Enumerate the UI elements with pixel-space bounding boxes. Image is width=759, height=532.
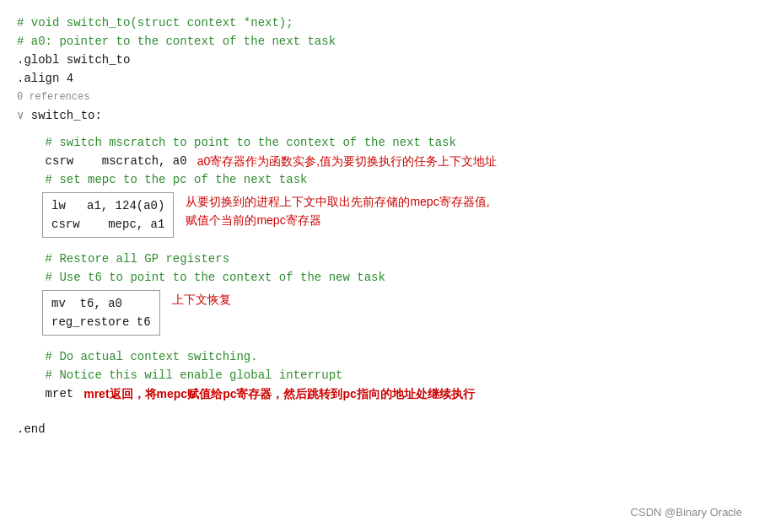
- comment-t6: # Use t6 to point to the context of the …: [17, 268, 385, 287]
- spacer-3: [17, 339, 742, 347]
- instr-csrw-mepc: csrw mepc, a1: [51, 215, 164, 234]
- comment-mepc: # set mepc to the pc of the next task: [17, 170, 307, 189]
- box-lw-csrw-inner: lw a1, 124(a0) csrw mepc, a1: [42, 192, 174, 238]
- directive-end: .end: [17, 420, 46, 438]
- instr-reg-restore: reg_restore t6: [51, 313, 151, 331]
- box-lw-csrw: lw a1, 124(a0) csrw mepc, a1 从要切换到的进程上下文…: [42, 192, 742, 238]
- switch-to-label: switch_to:: [31, 106, 102, 125]
- line-comment-t6: # Use t6 to point to the context of the …: [17, 268, 742, 287]
- line-reg-restore: reg_restore t6: [51, 313, 151, 331]
- spacer-4: [17, 403, 742, 411]
- spacer-2: [17, 241, 742, 250]
- box-mv-restore-inner: mv t6, a0 reg_restore t6: [42, 290, 160, 336]
- label-arrow: ∨: [17, 106, 31, 125]
- code-container: # void switch_to(struct context *next); …: [0, 0, 759, 532]
- line-mret: mret mret返回，将mepc赋值给pc寄存器，然后跳转到pc指向的地址处继…: [17, 384, 742, 403]
- comment-actual: # Do actual context switching.: [17, 347, 258, 366]
- line-comment-notice: # Notice this will enable global interru…: [17, 366, 742, 384]
- annotation-mret: mret返回，将mepc赋值给pc寄存器，然后跳转到pc指向的地址处继续执行: [83, 384, 475, 403]
- line-comment-actual: # Do actual context switching.: [17, 347, 742, 366]
- line-mv: mv t6, a0: [51, 294, 151, 313]
- line-csrw-mepc: csrw mepc, a1: [51, 215, 164, 234]
- annotation-lw-csrw-line2: 赋值个当前的mepc寄存器: [186, 211, 489, 229]
- directive-globl: .globl switch_to: [17, 51, 130, 69]
- instr-mret: mret: [17, 384, 73, 403]
- spacer-1: [17, 125, 742, 133]
- comment-2: # a0: pointer to the context of the next…: [17, 32, 336, 51]
- annotation-csrw: a0寄存器作为函数实参,值为要切换执行的任务上下文地址: [197, 152, 497, 170]
- comment-mscratch: # switch mscratch to point to the contex…: [17, 133, 456, 152]
- line-2: # a0: pointer to the context of the next…: [17, 32, 742, 51]
- instr-lw: lw a1, 124(a0): [51, 196, 164, 215]
- spacer-5: [17, 411, 742, 420]
- line-end: .end: [17, 420, 742, 438]
- instr-mv: mv t6, a0: [51, 294, 122, 313]
- comment-restore: # Restore all GP registers: [17, 250, 229, 268]
- instr-csrw: csrw mscratch, a0: [17, 152, 187, 170]
- annotation-mv-restore-text: 上下文恢复: [172, 290, 231, 309]
- line-label: ∨ switch_to:: [17, 106, 742, 125]
- annotation-lw-csrw-line1: 从要切换到的进程上下文中取出先前存储的mepc寄存器值,: [186, 192, 489, 211]
- comment-notice: # Notice this will enable global interru…: [17, 366, 342, 384]
- line-lw: lw a1, 124(a0): [51, 196, 164, 215]
- annotation-lw-csrw: 从要切换到的进程上下文中取出先前存储的mepc寄存器值, 赋值个当前的mepc寄…: [186, 192, 489, 229]
- line-comment-mscratch: # switch mscratch to point to the contex…: [17, 133, 742, 152]
- line-csrw: csrw mscratch, a0 a0寄存器作为函数实参,值为要切换执行的任务…: [17, 152, 742, 170]
- watermark-text: CSDN @Binary Oracle: [631, 506, 742, 519]
- comment-1: # void switch_to(struct context *next);: [17, 13, 293, 32]
- line-3: .globl switch_to: [17, 51, 742, 69]
- directive-align: .align 4: [17, 69, 73, 88]
- watermark: CSDN @Binary Oracle: [631, 506, 742, 519]
- line-comment-mepc: # set mepc to the pc of the next task: [17, 170, 742, 189]
- annotation-mv-restore: 上下文恢复: [172, 290, 231, 309]
- line-1: # void switch_to(struct context *next);: [17, 13, 742, 32]
- line-comment-restore: # Restore all GP registers: [17, 250, 742, 268]
- line-ref: 0 references: [17, 88, 742, 106]
- ref-count: 0 references: [17, 88, 89, 106]
- box-mv-restore: mv t6, a0 reg_restore t6 上下文恢复: [42, 290, 742, 336]
- line-4: .align 4: [17, 69, 742, 88]
